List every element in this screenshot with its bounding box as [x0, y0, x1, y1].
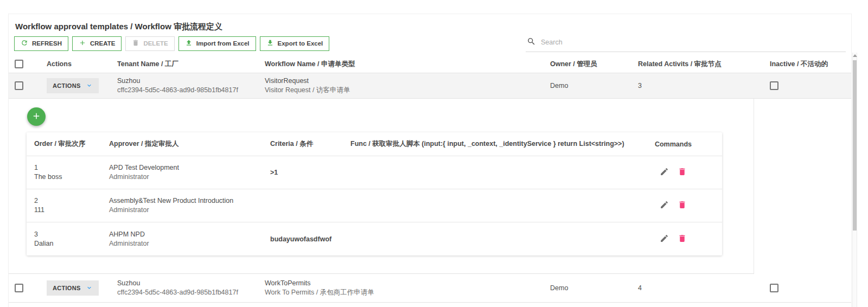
header-criteria: Criteria / 条件	[263, 139, 343, 149]
step-row: 2 111 Assembly&Test New Product Introduc…	[27, 189, 722, 222]
refresh-button-label: REFRESH	[32, 40, 62, 47]
row-actions-button[interactable]: ACTIONS	[47, 78, 99, 93]
trash-icon	[132, 39, 139, 48]
pencil-icon	[660, 167, 669, 178]
delete-step-button[interactable]	[678, 200, 687, 211]
workflow-description: Visitor Request / 访客申请单	[265, 86, 542, 95]
inactive-checkbox[interactable]	[770, 284, 778, 292]
search-input[interactable]	[541, 39, 845, 46]
import-excel-label: Import from Excel	[196, 40, 250, 47]
tenant-id: cffc2394-5d5c-4863-ad9d-985b1fb4817f	[117, 288, 257, 297]
step-approver: AHPM NPD	[109, 230, 263, 239]
row-checkbox[interactable]	[15, 284, 23, 292]
delete-button[interactable]: DELETE	[125, 36, 174, 51]
header-workflow-name: Workflow Name / 申请单类型	[257, 60, 542, 69]
page-title: Workflow approval templates / Workflow 审…	[9, 14, 851, 35]
refresh-button[interactable]: REFRESH	[14, 36, 68, 51]
delete-step-button[interactable]	[678, 167, 687, 178]
header-order: Order / 审批次序	[27, 139, 101, 149]
step-order: 1	[34, 163, 101, 172]
toolbar: REFRESH CREATE DELETE Import from Excel …	[9, 35, 851, 52]
add-step-button[interactable]	[27, 107, 46, 126]
trash-icon	[678, 167, 687, 178]
refresh-icon	[21, 39, 28, 48]
step-criteria: budayuwofasdfwof	[263, 235, 343, 243]
owner-value: Demo	[542, 284, 630, 292]
trash-icon	[678, 234, 687, 245]
import-excel-button[interactable]: Import from Excel	[178, 36, 256, 51]
step-approver-role: Administrator	[109, 239, 263, 248]
create-button[interactable]: CREATE	[72, 36, 122, 51]
create-button-label: CREATE	[90, 40, 115, 47]
row-actions-button[interactable]: ACTIONS	[47, 280, 99, 296]
search-field[interactable]	[526, 35, 846, 52]
workflow-name: VisitorRequest	[265, 76, 542, 86]
step-row: 3 Dalian AHPM NPD Administrator budayuwo…	[27, 222, 722, 255]
related-activities-count: 4	[630, 284, 762, 292]
delete-step-button[interactable]	[678, 234, 687, 245]
row-actions-label: ACTIONS	[53, 82, 81, 89]
workflow-description: Work To Permits / 承包商工作申请单	[265, 288, 542, 297]
step-order-name: The boss	[34, 172, 101, 182]
header-tenant-name: Tenant Name / 工厂	[109, 60, 257, 69]
trash-icon	[678, 200, 687, 211]
owner-value: Demo	[542, 82, 630, 89]
step-row: 1 The boss APD Test Development Administ…	[27, 156, 722, 189]
row-actions-label: ACTIONS	[53, 285, 81, 291]
select-all-checkbox[interactable]	[15, 60, 23, 68]
export-excel-label: Export to Excel	[278, 40, 323, 47]
delete-button-label: DELETE	[143, 40, 168, 47]
plus-icon	[79, 39, 86, 48]
header-owner: Owner / 管理员	[542, 60, 630, 69]
header-related-activities: Related Activits / 审批节点	[630, 60, 762, 69]
row-checkbox[interactable]	[15, 81, 23, 90]
workflow-name: WorkToPermits	[265, 279, 542, 288]
header-approver: Approver / 指定审批人	[101, 139, 263, 149]
step-approver: Assembly&Test New Product Introduction	[109, 196, 263, 206]
scrollbar-thumb[interactable]	[853, 60, 857, 231]
step-approver: APD Test Development	[109, 163, 263, 172]
edit-step-button[interactable]	[660, 167, 669, 178]
header-actions: Actions	[33, 60, 109, 68]
pencil-icon	[660, 200, 669, 211]
scroll-up-icon[interactable]	[853, 54, 857, 57]
table-row[interactable]: ACTIONS Suzhou cffc2394-5d5c-4863-ad9d-9…	[9, 274, 851, 303]
scrollbar[interactable]	[852, 53, 857, 307]
step-order: 3	[34, 230, 101, 239]
table-row[interactable]: ACTIONS Suzhou cffc2394-5d5c-4863-ad9d-9…	[9, 73, 851, 99]
edit-step-button[interactable]	[660, 234, 669, 245]
header-commands: Commands	[624, 140, 722, 148]
upload-icon	[185, 39, 193, 48]
plus-icon	[31, 111, 41, 123]
step-criteria: >1	[263, 169, 343, 176]
expanded-detail-panel: Order / 审批次序 Approver / 指定审批人 Criteria /…	[9, 99, 754, 274]
step-approver-role: Administrator	[109, 172, 263, 182]
download-icon	[266, 39, 274, 48]
content-card: Workflow approval templates / Workflow 审…	[8, 14, 852, 307]
chevron-down-icon	[86, 284, 93, 292]
edit-step-button[interactable]	[660, 200, 669, 211]
step-order-name: 111	[34, 206, 101, 215]
steps-header-row: Order / 审批次序 Approver / 指定审批人 Criteria /…	[27, 132, 722, 156]
tenant-id: cffc2394-5d5c-4863-ad9d-985b1fb4817f	[117, 86, 257, 95]
step-order: 2	[34, 196, 101, 206]
tenant-name: Suzhou	[117, 76, 257, 86]
approval-steps-table: Order / 审批次序 Approver / 指定审批人 Criteria /…	[27, 132, 722, 255]
related-activities-count: 3	[630, 82, 762, 89]
pencil-icon	[660, 234, 669, 245]
header-func: Func / 获取审批人脚本 (input:{ input, _context,…	[343, 139, 624, 149]
search-icon	[527, 37, 536, 48]
tenant-name: Suzhou	[117, 279, 257, 288]
step-approver-role: Administrator	[109, 206, 263, 215]
export-excel-button[interactable]: Export to Excel	[260, 36, 330, 51]
step-order-name: Dalian	[34, 239, 101, 248]
header-inactive: Inactive / 不活动的	[762, 60, 851, 69]
table-header-row: Actions Tenant Name / 工厂 Workflow Name /…	[9, 55, 851, 73]
inactive-checkbox[interactable]	[770, 81, 778, 90]
chevron-down-icon	[86, 82, 93, 90]
